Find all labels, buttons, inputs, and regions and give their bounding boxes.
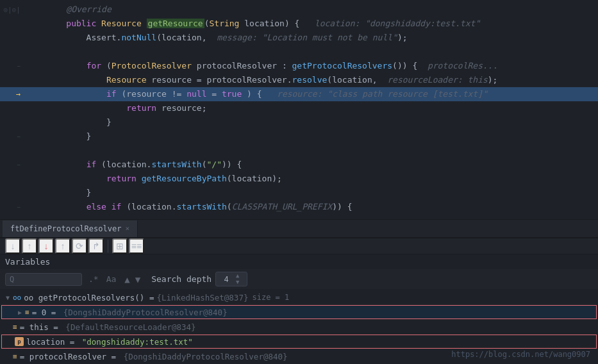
step-out-button[interactable]: ↓ xyxy=(38,238,54,254)
search-input-wrap: Q xyxy=(5,273,82,286)
code-content: @Override xyxy=(41,3,598,17)
settings-button[interactable]: ≡≡ xyxy=(129,238,144,254)
var-name: location = xyxy=(26,337,74,347)
code-line: − for (ProtocolResolver protocolResolver… xyxy=(0,59,598,73)
layout-button[interactable]: ⊞ xyxy=(112,238,128,254)
code-content: } xyxy=(41,115,598,129)
code-line: ⊙|⊙| @Override xyxy=(0,3,598,17)
editor-tab[interactable]: ftDefineProtocolResolver × xyxy=(3,220,138,237)
line-gutter: − xyxy=(0,161,26,168)
code-content: public Resource getResource(String locat… xyxy=(41,17,598,31)
search-icon: Q xyxy=(10,275,14,284)
var-value: {LinkedHashSet@837} xyxy=(156,293,248,302)
var-type-icon: oo xyxy=(13,294,21,302)
code-content: if (resource != null = true ) { resource… xyxy=(41,87,598,101)
var-name: oo getProtocolResolvers() = xyxy=(24,293,154,302)
search-depth-label: Search depth xyxy=(151,274,212,284)
search-input[interactable] xyxy=(17,275,68,284)
line-gutter: − xyxy=(0,63,26,69)
var-type-icon: ≡ xyxy=(13,352,17,361)
var-name: = protocolResolver = xyxy=(20,352,117,361)
code-content: if (location.startsWith("/")) { xyxy=(41,158,598,172)
var-item-this[interactable]: ▶ ≡ = this = {DefaultResourceLoader@834} xyxy=(0,320,598,334)
code-content: } xyxy=(41,186,598,200)
code-content: Assert.notNull(location, message: "Locat… xyxy=(41,31,598,45)
depth-increment-button[interactable]: ▲ xyxy=(235,273,240,279)
expand-icon: ▶ xyxy=(3,353,13,360)
debug-toolbar: ↓ ↑ ↓ ↑ ⟳ ↱ ⊞ ≡≡ xyxy=(0,238,598,254)
regex-toggle[interactable]: .* xyxy=(86,273,101,285)
var-name: = this = xyxy=(20,322,58,332)
code-line: return getResourceByPath(location); xyxy=(0,172,598,186)
code-line xyxy=(0,144,598,158)
fold-indicator[interactable]: − xyxy=(17,133,21,140)
var-value: {DefaultResourceLoader@834} xyxy=(61,322,196,332)
search-options: .* Aa xyxy=(86,273,119,285)
panel-title: Variables xyxy=(5,257,50,267)
search-down-button[interactable]: ▼ xyxy=(133,273,142,286)
run-to-cursor-button[interactable]: ↑ xyxy=(55,238,71,254)
code-content: else if (location.startsWith(CLASSPATH_U… xyxy=(41,200,598,214)
search-nav: ▲ ▼ xyxy=(122,273,142,286)
editor-area: ⊙|⊙| @Override public Resource getResour… xyxy=(0,0,598,219)
fold-indicator[interactable]: − xyxy=(17,161,21,168)
code-content: for (ProtocolResolver protocolResolver :… xyxy=(41,59,598,73)
frames-button[interactable]: ↱ xyxy=(88,238,104,254)
depth-input[interactable] xyxy=(219,275,234,284)
code-line: Resource resource = protocolResolver.res… xyxy=(0,73,598,87)
depth-spinners: ▲ ▼ xyxy=(235,273,240,285)
depth-decrement-button[interactable]: ▼ xyxy=(235,279,240,285)
line-gutter: − xyxy=(0,133,26,140)
evaluate-button[interactable]: ⟳ xyxy=(72,238,87,254)
step-into-button[interactable]: ↑ xyxy=(22,238,37,254)
tab-label: ftDefineProtocolResolver xyxy=(10,224,121,233)
expand-icon: ▶ xyxy=(15,309,25,316)
var-item-location[interactable]: ▶ p location = "dongshidaddy:test.txt" xyxy=(1,335,597,349)
expand-icon: ▶ xyxy=(4,338,15,345)
var-type-icon-p: p xyxy=(15,337,24,346)
line-gutter: − xyxy=(0,204,26,210)
depth-input-wrap: ▲ ▼ xyxy=(215,272,247,286)
code-line: Assert.notNull(location, message: "Locat… xyxy=(0,31,598,45)
var-type-icon: ≡ xyxy=(13,323,17,331)
tab-close-button[interactable]: × xyxy=(125,224,129,233)
fold-indicator[interactable]: − xyxy=(17,63,21,69)
url-hint: https://blog.csdn.net/wang0907 xyxy=(451,350,590,359)
code-content: Resource resource = protocolResolver.res… xyxy=(41,73,598,87)
panel-header: Variables xyxy=(0,254,598,269)
search-up-button[interactable]: ▲ xyxy=(122,273,131,286)
code-line-highlighted: → if (resource != null = true ) { resour… xyxy=(0,87,598,101)
var-value: {DongshiDaddyProtocolResolver@840} xyxy=(58,308,227,317)
code-lines: ⊙|⊙| @Override public Resource getResour… xyxy=(0,0,598,217)
code-line xyxy=(0,45,598,59)
code-line: − if (location.startsWith("/")) { xyxy=(0,158,598,172)
code-line: public Resource getResource(String locat… xyxy=(0,17,598,31)
code-content: return getResourceByPath(location); xyxy=(41,172,598,186)
var-value: {DongshiDaddyProtocolResolver@840} xyxy=(119,352,287,361)
var-item-0[interactable]: ▶ ≡ = 0 = {DongshiDaddyProtocolResolver@… xyxy=(1,305,597,319)
search-bar: Q .* Aa ▲ ▼ Search depth ▲ ▼ xyxy=(0,269,598,289)
code-content: } xyxy=(41,129,598,144)
code-line: − } xyxy=(0,129,598,144)
debug-panel: ↓ ↑ ↓ ↑ ⟳ ↱ ⊞ ≡≡ Variables Q .* Aa ▲ xyxy=(0,237,598,364)
line-gutter: → xyxy=(0,90,26,99)
expand-icon: ▶ xyxy=(3,324,13,331)
var-value: "dongshidaddy:test.txt" xyxy=(77,337,193,347)
collapse-icon: ▼ xyxy=(3,294,13,301)
case-toggle[interactable]: Aa xyxy=(104,273,119,285)
code-content: return resource; xyxy=(41,101,598,115)
ide-window: ⊙|⊙| @Override public Resource getResour… xyxy=(0,0,598,364)
var-name: = 0 = xyxy=(32,308,56,317)
code-line: − else if (location.startsWith(CLASSPATH… xyxy=(0,200,598,214)
var-size: size = 1 xyxy=(252,293,289,302)
fold-indicator[interactable]: − xyxy=(17,204,21,210)
code-line: } xyxy=(0,186,598,200)
var-type-icon: ≡ xyxy=(25,308,29,317)
step-over-button[interactable]: ↓ xyxy=(5,238,21,254)
toolbar-separator xyxy=(108,240,108,252)
code-line: } xyxy=(0,115,598,129)
code-line: return resource; xyxy=(0,101,598,115)
line-gutter: ⊙|⊙| xyxy=(0,6,26,14)
var-root-row[interactable]: ▼ oo oo getProtocolResolvers() = {Linked… xyxy=(0,290,598,304)
tab-bar: ftDefineProtocolResolver × xyxy=(0,219,598,237)
